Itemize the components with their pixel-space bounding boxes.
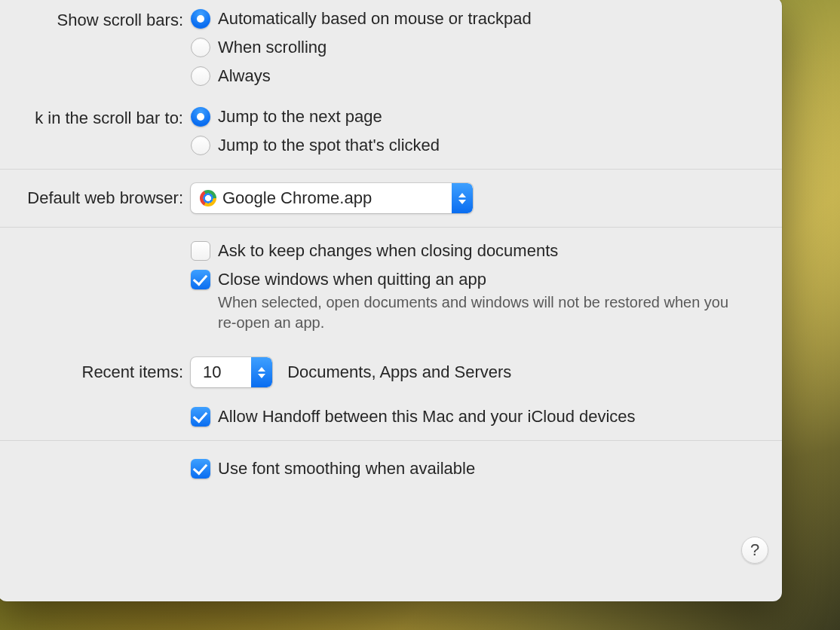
recent-items-suffix-label: Documents, Apps and Servers <box>287 362 511 382</box>
help-button[interactable]: ? <box>741 537 768 564</box>
font-smoothing-label: Use font smoothing when available <box>218 459 475 479</box>
stepper-arrows-icon <box>251 357 272 387</box>
close-windows-quitting-description: When selected, open documents and window… <box>218 292 731 333</box>
click-scroll-next-page-label: Jump to the next page <box>218 107 382 127</box>
scroll-bars-always-label: Always <box>218 66 271 86</box>
recent-items-label: Recent items: <box>0 362 191 382</box>
default-browser-popup[interactable]: Google Chrome.app <box>191 183 473 213</box>
show-scroll-bars-label: Show scroll bars: <box>0 9 191 30</box>
general-preferences-window: Show scroll bars: Automatically based on… <box>0 0 782 601</box>
click-scroll-spot-label: Jump to the spot that's clicked <box>218 136 440 155</box>
default-web-browser-label: Default web browser: <box>0 188 191 208</box>
scroll-bars-always-radio[interactable] <box>191 66 210 86</box>
popup-arrows-icon <box>452 183 473 213</box>
close-windows-quitting-label: Close windows when quitting an app <box>218 270 486 289</box>
default-browser-value: Google Chrome.app <box>222 188 452 208</box>
ask-keep-changes-checkbox[interactable] <box>191 241 210 261</box>
ask-keep-changes-label: Ask to keep changes when closing documen… <box>218 241 558 261</box>
recent-items-stepper[interactable]: 10 <box>191 357 272 387</box>
help-icon: ? <box>750 540 759 560</box>
close-windows-quitting-checkbox[interactable] <box>191 270 210 289</box>
click-scroll-spot-radio[interactable] <box>191 136 210 155</box>
chrome-icon <box>200 190 216 206</box>
scroll-bars-auto-radio[interactable] <box>191 9 210 29</box>
allow-handoff-label: Allow Handoff between this Mac and your … <box>218 407 636 427</box>
allow-handoff-checkbox[interactable] <box>191 407 210 427</box>
font-smoothing-checkbox[interactable] <box>191 459 210 479</box>
scroll-bars-auto-label: Automatically based on mouse or trackpad <box>218 9 532 29</box>
scroll-bars-when-scrolling-label: When scrolling <box>218 38 326 57</box>
click-scroll-next-page-radio[interactable] <box>191 107 210 127</box>
scroll-bars-when-scrolling-radio[interactable] <box>191 38 210 57</box>
recent-items-value: 10 <box>191 362 251 382</box>
click-in-scroll-bar-label: k in the scroll bar to: <box>0 107 191 128</box>
